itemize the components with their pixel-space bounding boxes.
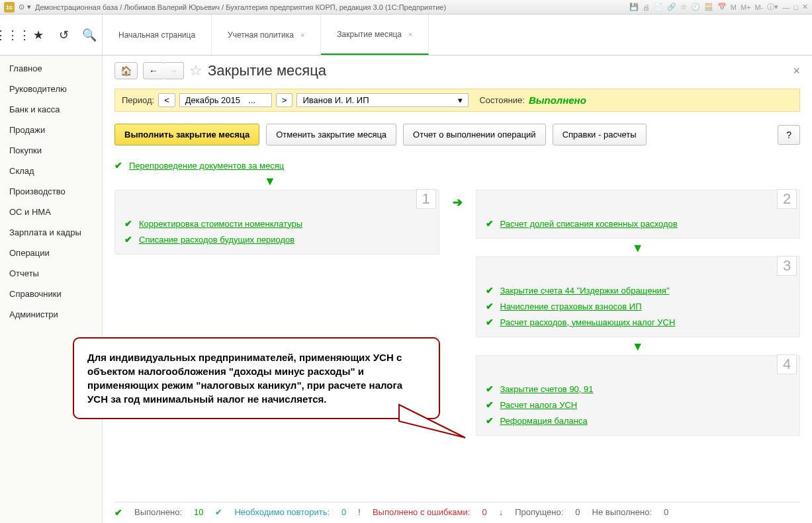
refs-button[interactable]: Справки - расчеты [553,124,647,145]
op-reformation[interactable]: Реформация баланса [500,416,588,426]
back-button[interactable]: ← [143,62,164,79]
right-column: 2 ✔Расчет долей списания косвенных расхо… [476,190,801,438]
check-icon: ✔ [114,160,122,171]
sidebar-item-operations[interactable]: Операции [0,243,102,263]
star-icon[interactable]: ☆ [680,3,687,11]
forward-button[interactable]: → [163,62,184,79]
callout-text: Для индивидуальных предпринимателей, при… [87,352,402,405]
op-cost-correction[interactable]: Корректировка стоимости номенклатуры [139,219,302,229]
sidebar-item-production[interactable]: Производство [0,181,102,202]
print-icon[interactable]: 🖨 [643,3,650,11]
period-next-button[interactable]: > [276,93,293,107]
save-icon[interactable]: 💾 [629,3,639,11]
home-button[interactable]: 🏠 [114,62,138,79]
tab-close-icon[interactable]: × [408,30,412,38]
stage-number: 2 [777,189,797,209]
skip-icon: ↓ [499,507,504,517]
mplus-icon[interactable]: M+ [741,3,751,11]
search-icon[interactable]: 🔍 [83,28,96,42]
period-label: Период: [122,95,154,105]
tab-label: Учетная политика [228,30,294,40]
stage-number: 4 [777,354,797,374]
sidebar-item-sales[interactable]: Продажи [0,120,102,140]
stage-2: 2 ✔Расчет долей списания косвенных расхо… [476,190,801,239]
status-value: Выполнено [529,95,586,106]
favorites-icon[interactable]: ★ [32,28,45,42]
cancel-button[interactable]: Отменить закрытие месяца [266,124,396,145]
period-picker-icon[interactable]: ... [248,95,255,105]
sidebar-item-admin[interactable]: Администри [0,304,102,325]
execute-button[interactable]: Выполнить закрытие месяца [114,124,259,145]
op-usn-tax[interactable]: Расчет налога УСН [500,400,578,410]
sidebar-item-main[interactable]: Главное [0,58,102,79]
check-icon: ✔ [486,285,494,296]
doc-icon[interactable]: 📄 [654,3,663,11]
sidebar-item-reports[interactable]: Отчеты [0,263,102,284]
op-usn-expenses[interactable]: Расчет расходов, уменьшающих налог УСН [500,317,676,327]
op-close-90-91[interactable]: Закрытие счетов 90, 91 [500,384,594,394]
stage-number: 1 [416,189,436,209]
op-close-44[interactable]: Закрытие счета 44 "Издержки обращения" [500,286,670,296]
done-label: Выполнено: [134,507,182,517]
minimize-icon[interactable]: — [782,3,789,11]
check-icon: ✔ [124,218,132,229]
op-future-expenses[interactable]: Списание расходов будущих периодов [139,235,294,245]
sidebar: Главное Руководителю Банк и касса Продаж… [0,56,103,523]
repeat-label: Необходимо повторить: [234,507,330,517]
maximize-icon[interactable]: □ [793,3,798,11]
stage-4: 4 ✔Закрытие счетов 90, 91 ✔Расчет налога… [476,355,801,436]
page-title: Закрытие месяца [208,62,326,79]
org-value: Иванов И. И. ИП [302,95,369,105]
sidebar-item-warehouse[interactable]: Склад [0,161,102,181]
sidebar-item-salary[interactable]: Зарплата и кадры [0,222,102,243]
help-button[interactable]: ? [778,125,800,145]
sidebar-item-assets[interactable]: ОС и НМА [0,202,102,222]
calendar-icon[interactable]: 📅 [717,3,727,11]
link-icon[interactable]: 🔗 [667,3,676,11]
back-nav-icon[interactable]: ⊙ [19,3,24,11]
op-reposting[interactable]: Перепроведение документов за месяц [129,161,284,171]
dropdown-icon[interactable]: ▾ [458,95,463,105]
organization-field[interactable]: Иванов И. И. ИП ▾ [296,93,469,107]
sidebar-item-bank[interactable]: Банк и касса [0,99,102,120]
done-count: 10 [194,507,203,517]
arrow-down-icon: ▼ [476,340,801,354]
history-icon[interactable]: 🕘 [691,3,700,11]
tab-start[interactable]: Начальная страница [103,15,212,55]
arrow-down-icon: ▼ [114,175,426,188]
tab-accounting-policy[interactable]: Учетная политика × [212,15,321,55]
check-icon: ✔ [486,301,494,311]
report-button[interactable]: Отчет о выполнении операций [403,124,546,145]
app-logo-icon: 1c [4,2,15,13]
check-icon: ✔ [486,399,494,410]
history-nav-icon[interactable]: ↺ [57,28,70,42]
action-row: Выполнить закрытие месяца Отменить закры… [114,124,800,145]
favorite-star-icon[interactable]: ☆ [189,62,203,79]
period-prev-button[interactable]: < [158,93,175,107]
tab-bar: Начальная страница Учетная политика × За… [103,15,429,55]
sidebar-item-manager[interactable]: Руководителю [0,79,102,99]
op-indirect-costs[interactable]: Расчет долей списания косвенных расходов [500,219,678,229]
tab-close-icon[interactable]: × [300,31,304,39]
period-field[interactable]: Декабрь 2015 ... [179,93,272,107]
sidebar-item-directories[interactable]: Справочники [0,284,102,304]
status-label: Состояние: [479,95,524,105]
stage-3: 3 ✔Закрытие счета 44 "Издержки обращения… [476,257,801,337]
calc-icon[interactable]: 🧮 [704,3,713,11]
close-window-icon[interactable]: ✕ [802,3,808,11]
tab-month-close[interactable]: Закрытие месяца × [321,15,429,55]
dropdown-icon[interactable]: ▾ [27,3,31,11]
info-icon[interactable]: ⓘ▾ [767,2,778,12]
check-icon: ✔ [114,507,122,518]
close-page-icon[interactable]: × [793,64,800,78]
mminus-icon[interactable]: M- [755,3,764,11]
sidebar-item-purchases[interactable]: Покупки [0,140,102,161]
m-icon[interactable]: M [731,3,737,11]
apps-icon[interactable]: ⋮⋮⋮ [6,28,19,42]
check-icon: ✔ [486,415,494,426]
op-insurance[interactable]: Начисление страховых взносов ИП [500,302,642,311]
annotation-callout: Для индивидуальных предпринимателей, при… [73,337,440,419]
callout-tail-icon [392,398,472,451]
skipped-count: 0 [575,507,580,517]
content-area: 🏠 ←→ ☆ Закрытие месяца × Период: < Декаб… [103,56,812,523]
